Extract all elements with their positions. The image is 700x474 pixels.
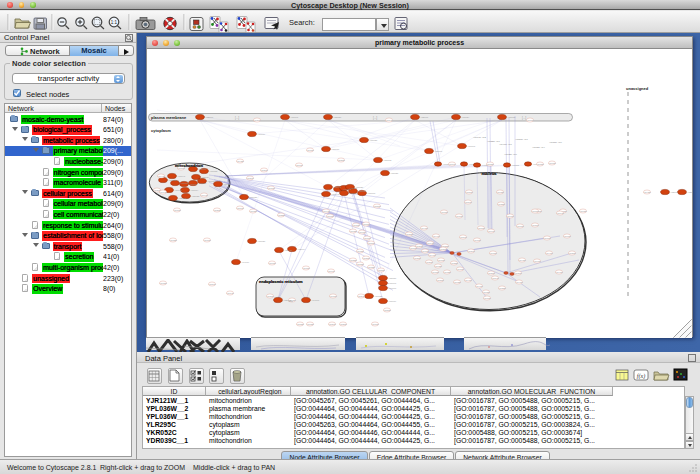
svg-text:Ybr87w: Ybr87w xyxy=(531,209,539,211)
svg-text:Ybr10w: Ybr10w xyxy=(455,214,463,216)
svg-text:Ybr30w: Ybr30w xyxy=(253,118,261,120)
svg-text:Ybr47w: Ybr47w xyxy=(545,251,553,253)
svg-text:Ybr75w: Ybr75w xyxy=(159,281,167,283)
svg-text:Yk7l014: Yk7l014 xyxy=(349,192,358,194)
svg-text:Ybr54w: Ybr54w xyxy=(385,118,393,120)
svg-text:Ybr47w: Ybr47w xyxy=(464,278,472,280)
svg-text:endoplasmic reticulum: endoplasmic reticulum xyxy=(259,278,303,283)
svg-text:Ybr84w: Ybr84w xyxy=(556,211,564,213)
svg-text:Ybr26w: Ybr26w xyxy=(425,260,433,262)
svg-text:Ybr39w: Ybr39w xyxy=(260,168,268,170)
svg-text:Ydl03w Yb4: Ydl03w Yb4 xyxy=(532,146,545,149)
svg-text:Ybr07w: Ybr07w xyxy=(506,214,514,216)
svg-text:Ybr87w: Ybr87w xyxy=(362,222,370,224)
svg-text:Yk8l031: Yk8l031 xyxy=(198,182,207,184)
svg-text:Ybr81w: Ybr81w xyxy=(440,210,448,212)
svg-text:Ybr54w: Ybr54w xyxy=(491,276,499,278)
svg-text:1:1: 1:1 xyxy=(111,20,118,25)
svg-text:Ybr23w: Ybr23w xyxy=(277,213,285,215)
svg-text:Ybr04w: Ybr04w xyxy=(200,193,208,195)
svg-text:Ybr63w: Ybr63w xyxy=(579,209,587,211)
svg-text:Ybr77w: Ybr77w xyxy=(421,249,429,251)
svg-text:Ybr14w: Ybr14w xyxy=(426,241,434,243)
svg-text:Yk2l071: Yk2l071 xyxy=(420,116,429,118)
svg-text:Ybr22w: Ybr22w xyxy=(450,261,458,263)
svg-text:Ybr62w: Ybr62w xyxy=(453,280,461,282)
svg-text:Ybr89w: Ybr89w xyxy=(236,206,244,208)
svg-text:Yk0l046: Yk0l046 xyxy=(174,189,183,191)
svg-text:Ybr18w: Ybr18w xyxy=(363,236,371,238)
svg-text:Ybr03w: Ybr03w xyxy=(249,209,257,211)
svg-text:Ybr22w: Ybr22w xyxy=(497,202,505,204)
svg-text:Ybr15w: Ybr15w xyxy=(489,251,497,253)
svg-text:Yk6l001: Yk6l001 xyxy=(467,145,476,147)
svg-text:Yk3l040: Yk3l040 xyxy=(333,186,342,188)
svg-text:Ybr44w: Ybr44w xyxy=(157,174,165,176)
svg-text:Ybr27w: Ybr27w xyxy=(266,294,274,296)
svg-text:Ybr28w: Ybr28w xyxy=(413,256,421,258)
svg-text:Ybr85w: Ybr85w xyxy=(296,322,304,324)
svg-text:Ybr23w: Ybr23w xyxy=(498,286,506,288)
svg-text:Ybr59w: Ybr59w xyxy=(464,200,472,202)
svg-text:Yk7l014: Yk7l014 xyxy=(190,189,199,191)
svg-text:Yk0l079: Yk0l079 xyxy=(257,133,266,135)
svg-text:Ybr75w: Ybr75w xyxy=(367,265,375,267)
svg-text:Ybr65w: Ybr65w xyxy=(306,322,314,324)
svg-text:Ydl15w Yb6: Ydl15w Yb6 xyxy=(549,141,562,144)
svg-text:Yk6l066: Yk6l066 xyxy=(388,287,397,289)
svg-text:Ydl47w Yb7: Ydl47w Yb7 xyxy=(499,143,512,146)
svg-text:Ybr70w: Ybr70w xyxy=(456,267,464,269)
svg-text:Ydl14w Yb2: Ydl14w Yb2 xyxy=(473,136,486,139)
svg-text:Ybr39w: Ybr39w xyxy=(328,322,336,324)
svg-text:Yk8l012: Yk8l012 xyxy=(507,116,516,118)
svg-text:Ypr1: Ypr1 xyxy=(288,299,293,301)
svg-text:Ybr85w: Ybr85w xyxy=(486,162,494,164)
svg-text:Ybr67w: Ybr67w xyxy=(358,230,366,232)
svg-text:Ybr74w: Ybr74w xyxy=(159,190,167,192)
svg-text:Ybr66w: Ybr66w xyxy=(563,234,571,236)
svg-text:Ybr86w: Ybr86w xyxy=(477,226,485,228)
svg-text:Ybr45w: Ybr45w xyxy=(518,258,526,260)
svg-text:Yk3l017: Yk3l017 xyxy=(198,168,207,170)
svg-text:Yk8l076: Yk8l076 xyxy=(331,148,340,150)
svg-text:Ybr10w: Ybr10w xyxy=(173,208,181,210)
svg-text:Ybr28w: Ybr28w xyxy=(337,158,345,160)
svg-text:Ybr51w: Ybr51w xyxy=(526,118,534,120)
svg-text:Ybr30w: Ybr30w xyxy=(514,271,522,273)
svg-text:Ybr72w: Ybr72w xyxy=(443,270,451,272)
svg-text:mitochondrion: mitochondrion xyxy=(175,162,204,167)
svg-text:Ybr78w: Ybr78w xyxy=(431,270,439,272)
svg-text:Ybr70w: Ybr70w xyxy=(473,238,481,240)
svg-text:Ybr18w: Ybr18w xyxy=(543,236,551,238)
svg-text:Yk7l026: Yk7l026 xyxy=(355,186,364,188)
svg-text:Ybr03w: Ybr03w xyxy=(349,229,357,231)
svg-text:Ybr58w: Ybr58w xyxy=(377,268,385,270)
svg-text:Yk1l021: Yk1l021 xyxy=(369,139,378,141)
svg-text:Ybr42w: Ybr42w xyxy=(643,190,651,192)
svg-text:Yk2l067: Yk2l067 xyxy=(687,191,692,193)
svg-text:Ybr70w: Ybr70w xyxy=(203,238,211,240)
svg-text:Yk7l027: Yk7l027 xyxy=(223,183,232,185)
svg-text:Yk5l034: Yk5l034 xyxy=(201,176,210,178)
svg-text:Yk8l026: Yk8l026 xyxy=(257,240,266,242)
svg-text:Yk3l016: Yk3l016 xyxy=(670,191,679,193)
svg-text:Ybr38w: Ybr38w xyxy=(405,232,413,234)
svg-text:Ybr18w: Ybr18w xyxy=(437,258,445,260)
svg-text:Ybr26w: Ybr26w xyxy=(339,322,347,324)
svg-text:Ybr59w: Ybr59w xyxy=(208,282,216,284)
svg-text:Ybr59w: Ybr59w xyxy=(459,235,467,237)
svg-text:[...]: [...] xyxy=(235,115,239,119)
svg-text:Ybr21w: Ybr21w xyxy=(439,247,447,249)
svg-text:Ybr40w: Ybr40w xyxy=(475,284,483,286)
svg-text:Ybr49w: Ybr49w xyxy=(432,234,440,236)
svg-text:Ybr31w: Ybr31w xyxy=(362,256,370,258)
svg-text:Ybr85w: Ybr85w xyxy=(356,262,364,264)
svg-text:Ybr89w: Ybr89w xyxy=(448,162,456,164)
svg-text:Yk4l007: Yk4l007 xyxy=(311,299,320,301)
svg-text:Ybr46w: Ybr46w xyxy=(555,270,563,272)
svg-text:Ybr50w: Ybr50w xyxy=(383,308,391,310)
svg-text:Ybr61w: Ybr61w xyxy=(533,259,541,261)
svg-text:Ybr69w: Ybr69w xyxy=(487,229,495,231)
svg-text:Ydl62w Yb0: Ydl62w Yb0 xyxy=(504,153,517,156)
svg-text:Ybr09w: Ybr09w xyxy=(295,163,303,165)
